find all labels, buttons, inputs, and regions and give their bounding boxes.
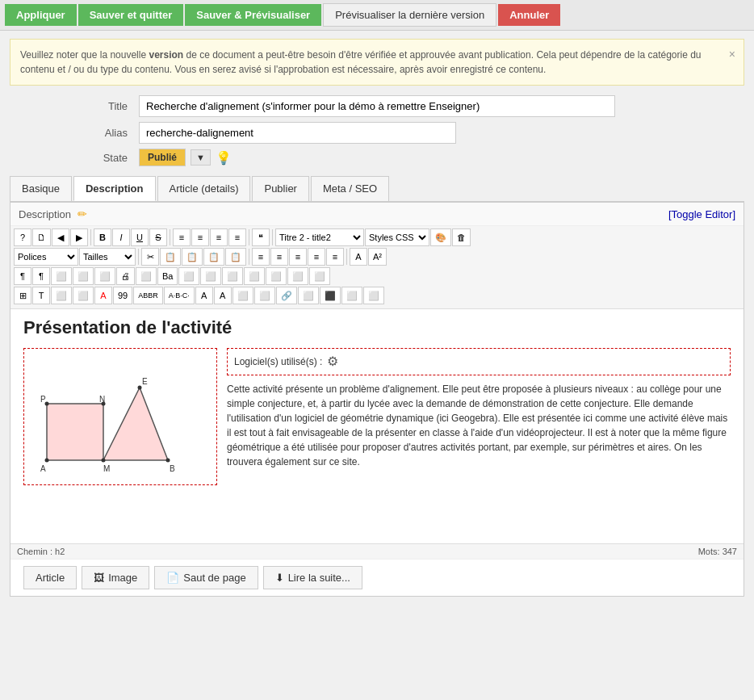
rte-print-btn[interactable]: 🖨 (116, 267, 135, 285)
tab-basique[interactable]: Basique (10, 176, 72, 201)
rte-img-btn[interactable]: ⬜ (232, 287, 253, 304)
page-break-button[interactable]: 📄 Saut de page (154, 566, 258, 589)
rte-sizes-select[interactable]: Tailles (79, 248, 136, 266)
rte-sub-btn[interactable]: ≡ (326, 248, 344, 266)
notice-close-button[interactable]: × (729, 46, 735, 63)
rte-table2-btn[interactable]: ⬜ (73, 267, 94, 285)
save-preview-button[interactable]: Sauver & Prévisualiser (185, 4, 321, 26)
read-more-button[interactable]: ⬇ Lire la suite... (263, 566, 362, 589)
rte-a3-btn[interactable]: A (214, 287, 232, 304)
rte-misc7-btn[interactable]: ⬜ (309, 267, 330, 285)
editor-heading: Présentation de l'activité (23, 317, 731, 338)
rte-align-center-btn[interactable]: ≡ (191, 228, 209, 246)
apply-button[interactable]: Appliquer (5, 4, 77, 26)
rte-paste-btn[interactable]: 📋 (182, 248, 203, 266)
rte-paste-word-btn[interactable]: 📋 (225, 248, 246, 266)
rte-table3-btn[interactable]: ⬜ (94, 267, 115, 285)
rte-delete-btn[interactable]: 🗑 (452, 228, 471, 246)
tab-article-details[interactable]: Article (details) (157, 176, 251, 201)
rte-strikethrough-btn[interactable]: S (149, 228, 167, 246)
editor-header: Description ✏ [Toggle Editor] (10, 203, 744, 226)
rte-fonts-select[interactable]: Polices (14, 248, 78, 266)
image-icon: 🖼 (94, 572, 104, 584)
rte-ul-btn[interactable]: ≡ (270, 248, 288, 266)
editor-section-label: Description (19, 208, 71, 220)
rte-link-btn[interactable]: 🔗 (276, 287, 297, 304)
rte-new-btn[interactable]: 🗋 (32, 228, 51, 246)
rte-row-2: Polices Tailles ✂ 📋 📋 📋 📋 ≡ ≡ ≡ ≡ ≡ A A² (14, 248, 740, 266)
cancel-button[interactable]: Annuler (498, 4, 560, 26)
rte-misc12-btn[interactable]: ⬜ (341, 287, 362, 304)
save-quit-button[interactable]: Sauver et quitter (78, 4, 184, 26)
rte-underline-btn[interactable]: U (131, 228, 149, 246)
rte-align-right-btn[interactable]: ≡ (210, 228, 228, 246)
rte-t-btn[interactable]: T (32, 287, 50, 304)
rte-misc2-btn[interactable]: ⬜ (200, 267, 221, 285)
image-button[interactable]: 🖼 Image (82, 566, 149, 589)
rte-a2-btn[interactable]: A (195, 287, 213, 304)
rte-misc4-btn[interactable]: ⬜ (244, 267, 265, 285)
rte-outdent-btn[interactable]: ≡ (308, 248, 325, 266)
rte-hr-btn[interactable]: ⬜ (136, 267, 157, 285)
read-more-label: Lire la suite... (288, 572, 350, 584)
editor-body: Présentation de l'activité P N E A (10, 309, 744, 493)
rte-color-btn[interactable]: 🎨 (430, 228, 451, 246)
rte-misc11-btn[interactable]: ⬛ (320, 287, 341, 304)
state-dropdown-arrow[interactable]: ▼ (191, 149, 211, 166)
rte-undo-btn[interactable]: ◀ (52, 228, 69, 246)
rte-misc13-btn[interactable]: ⬜ (363, 287, 384, 304)
svg-point-12 (166, 459, 170, 463)
rte-misc10-btn[interactable]: ⬜ (298, 287, 319, 304)
rte-misc3-btn[interactable]: ⬜ (222, 267, 243, 285)
svg-marker-1 (103, 388, 168, 460)
preview-last-button[interactable]: Prévisualiser la dernière version (323, 3, 496, 27)
page-break-label: Saut de page (183, 572, 245, 584)
rte-misc6-btn[interactable]: ⬜ (287, 267, 308, 285)
rte-sep-3 (249, 229, 249, 245)
rte-abbr-btn[interactable]: ABBR (133, 287, 163, 304)
rte-heading-select[interactable]: Titre 2 - title2 (275, 228, 364, 246)
rte-bold-btn[interactable]: B (94, 228, 111, 246)
rte-media-btn[interactable]: ⬜ (254, 287, 275, 304)
tab-meta-seo[interactable]: Meta / SEO (311, 176, 389, 201)
rte-copy-btn[interactable]: 📋 (160, 248, 181, 266)
rte-misc1-btn[interactable]: ⬜ (178, 267, 199, 285)
title-input[interactable] (139, 95, 615, 117)
editor-content-layout: P N E A M B (23, 348, 731, 485)
svg-point-9 (45, 402, 49, 406)
rte-abc-btn[interactable]: A·B·C· (164, 287, 195, 304)
toggle-editor-button[interactable]: [Toggle Editor] (668, 208, 735, 220)
rte-font-size-a-btn[interactable]: A (350, 248, 367, 266)
rte-misc8-btn[interactable]: ⬜ (51, 287, 72, 304)
rte-quote-btn[interactable]: ❝ (252, 228, 270, 246)
logiciel-icon: ⚙ (327, 352, 338, 371)
rte-para2-btn[interactable]: ¶ (32, 267, 50, 285)
tab-description[interactable]: Description (73, 176, 156, 201)
rte-misc5-btn[interactable]: ⬜ (266, 267, 287, 285)
rte-table-btn[interactable]: ⬜ (51, 267, 72, 285)
rte-cut-btn[interactable]: ✂ (141, 248, 159, 266)
rte-paste-text-btn[interactable]: 📋 (203, 248, 224, 266)
alias-input[interactable] (139, 122, 456, 144)
rte-grid-btn[interactable]: ⊞ (14, 287, 31, 304)
state-badge[interactable]: Publié (139, 149, 186, 166)
rte-misc9-btn[interactable]: ⬜ (73, 287, 94, 304)
rte-fonta-btn[interactable]: A (94, 287, 112, 304)
rte-indent-btn[interactable]: ≡ (289, 248, 307, 266)
rte-align-left-btn[interactable]: ≡ (173, 228, 191, 246)
rte-styles-select[interactable]: Styles CSS (365, 228, 429, 246)
rte-italic-btn[interactable]: I (112, 228, 130, 246)
rte-ba-btn[interactable]: Ba (157, 267, 178, 285)
rte-99-btn[interactable]: 99 (113, 287, 132, 304)
rte-help-btn[interactable]: ? (14, 228, 31, 246)
svg-point-13 (138, 386, 142, 390)
rte-redo-btn[interactable]: ▶ (70, 228, 88, 246)
rte-align-justify-btn[interactable]: ≡ (228, 228, 246, 246)
rte-para-btn[interactable]: ¶ (14, 267, 31, 285)
rte-ol-btn[interactable]: ≡ (252, 248, 270, 266)
logiciel-box: Logiciel(s) utilisé(s) : ⚙ (227, 348, 731, 375)
tab-publier[interactable]: Publier (252, 176, 308, 201)
article-button[interactable]: Article (23, 566, 77, 589)
editor-content-area[interactable]: Présentation de l'activité P N E A (10, 309, 744, 543)
rte-superscript-btn[interactable]: A² (368, 248, 387, 266)
